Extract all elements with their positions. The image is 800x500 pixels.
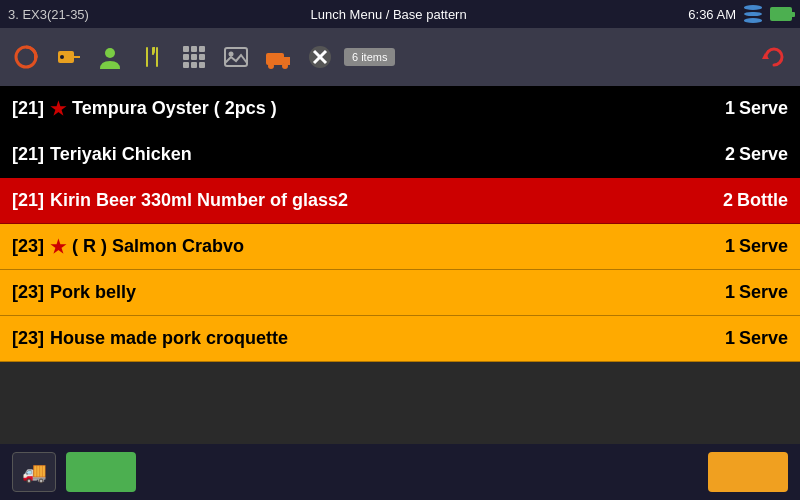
svg-rect-14	[183, 62, 189, 68]
item-unit: Serve	[739, 236, 788, 257]
header-right: 6:36 AM	[688, 5, 792, 23]
item-qty: 2	[725, 144, 735, 165]
item-name: Tempura Oyster ( 2pcs )	[72, 98, 725, 119]
utensils-icon[interactable]	[134, 39, 170, 75]
svg-point-4	[105, 48, 115, 58]
item-unit: Serve	[739, 98, 788, 119]
svg-rect-9	[191, 46, 197, 52]
svg-rect-13	[199, 54, 205, 60]
table-number: [21]	[12, 98, 44, 119]
order-list: [21]★Tempura Oyster ( 2pcs )1 Serve[21]T…	[0, 86, 800, 362]
bottom-bar: 🚚	[0, 444, 800, 500]
items-badge: 6 items	[344, 48, 395, 66]
svg-rect-10	[199, 46, 205, 52]
delivery-icon[interactable]	[260, 39, 296, 75]
star-icon: ★	[50, 236, 66, 258]
table-number: [23]	[12, 282, 44, 303]
cancel-icon[interactable]	[302, 39, 338, 75]
svg-rect-16	[199, 62, 205, 68]
item-qty: 1	[725, 282, 735, 303]
battery-icon	[770, 7, 792, 21]
item-qty: 1	[725, 236, 735, 257]
item-unit: Bottle	[737, 190, 788, 211]
item-qty: 1	[725, 328, 735, 349]
refresh-icon[interactable]	[8, 39, 44, 75]
order-row[interactable]: [21]Kirin Beer 330ml Number of glass22 B…	[0, 178, 800, 224]
star-icon: ★	[50, 98, 66, 120]
tag-icon[interactable]	[50, 39, 86, 75]
menu-title: Lunch Menu / Base pattern	[311, 7, 467, 22]
orange-button[interactable]	[708, 452, 788, 492]
order-row[interactable]: [21]★Tempura Oyster ( 2pcs )1 Serve	[0, 86, 800, 132]
svg-rect-15	[191, 62, 197, 68]
item-unit: Serve	[739, 328, 788, 349]
svg-rect-7	[156, 47, 158, 67]
order-row[interactable]: [23]★( R ) Salmon Crabvo1 Serve	[0, 224, 800, 270]
truck-button[interactable]: 🚚	[12, 452, 56, 492]
table-number: [23]	[12, 328, 44, 349]
svg-rect-8	[183, 46, 189, 52]
svg-rect-12	[191, 54, 197, 60]
svg-point-3	[60, 55, 64, 59]
item-name: Pork belly	[50, 282, 725, 303]
svg-rect-5	[146, 47, 148, 67]
svg-point-21	[282, 63, 288, 69]
header-bar: 3. EX3(21-35) Lunch Menu / Base pattern …	[0, 0, 800, 28]
item-name: House made pork croquette	[50, 328, 725, 349]
clock: 6:36 AM	[688, 7, 736, 22]
database-icon	[742, 5, 764, 23]
green-button[interactable]	[66, 452, 136, 492]
item-name: ( R ) Salmon Crabvo	[72, 236, 725, 257]
item-name: Kirin Beer 330ml Number of glass2	[50, 190, 723, 211]
item-qty: 2	[723, 190, 733, 211]
sync-icon[interactable]	[756, 39, 792, 75]
window-title: 3. EX3(21-35)	[8, 7, 89, 22]
svg-rect-11	[183, 54, 189, 60]
toolbar: 6 items	[0, 28, 800, 86]
table-number: [21]	[12, 144, 44, 165]
item-unit: Serve	[739, 282, 788, 303]
grid-icon[interactable]	[176, 39, 212, 75]
order-row[interactable]: [21]Teriyaki Chicken2 Serve	[0, 132, 800, 178]
item-name: Teriyaki Chicken	[50, 144, 725, 165]
table-number: [21]	[12, 190, 44, 211]
person-icon[interactable]	[92, 39, 128, 75]
image-icon[interactable]	[218, 39, 254, 75]
svg-rect-19	[266, 53, 284, 65]
order-row[interactable]: [23]Pork belly1 Serve	[0, 270, 800, 316]
item-unit: Serve	[739, 144, 788, 165]
svg-point-20	[268, 63, 274, 69]
item-qty: 1	[725, 98, 735, 119]
order-row[interactable]: [23]House made pork croquette1 Serve	[0, 316, 800, 362]
table-number: [23]	[12, 236, 44, 257]
